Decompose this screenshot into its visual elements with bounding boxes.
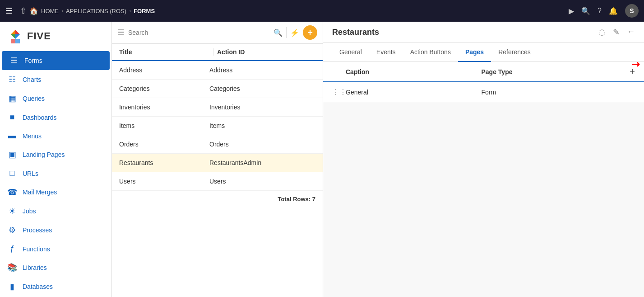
sidebar-item-functions[interactable]: ƒ Functions — [0, 240, 111, 258]
table-footer: Total Rows: 7 — [112, 191, 323, 207]
sidebar-item-dashboards[interactable]: ■ Dashboards — [0, 108, 111, 127]
filter-icon[interactable]: ☰ — [117, 28, 125, 38]
sidebar-item-mail-merges[interactable]: ☎ Mail Merges — [0, 183, 111, 202]
row-title: Users — [119, 178, 209, 185]
sidebar-item-libraries[interactable]: 📚 Libraries — [0, 258, 111, 277]
svg-marker-0 — [15, 30, 20, 34]
pages-col-caption-header: Caption — [346, 68, 482, 75]
pages-table-header: Caption Page Type + ↗ — [323, 62, 644, 82]
sidebar-label-processes: Processes — [23, 226, 52, 234]
breadcrumb: ⇧ 🏠 HOME › APPLICATIONS (ROS) › FORMS — [20, 6, 565, 16]
row-action-id: RestaurantsAdmin — [209, 159, 315, 166]
sidebar-item-processes[interactable]: ⚙ Processes — [0, 221, 111, 240]
sidebar-item-forms[interactable]: ☰ Forms — [2, 51, 110, 70]
tab-events[interactable]: Events — [369, 43, 403, 62]
nav-forms[interactable]: FORMS — [134, 8, 155, 14]
row-title: Items — [119, 122, 209, 129]
pages-content: Caption Page Type + ↗ ⋮⋮ General Form — [323, 62, 644, 297]
col-title-header: Title — [119, 48, 209, 56]
sidebar-item-urls[interactable]: □ URLs — [0, 164, 111, 183]
jobs-icon: ☀ — [7, 206, 17, 216]
play-icon[interactable]: ▶ — [569, 7, 574, 15]
bell-icon[interactable]: 🔔 — [609, 7, 618, 15]
avatar[interactable]: S — [625, 4, 639, 18]
nav-up-icon[interactable]: ⇧ — [20, 6, 27, 16]
sidebar: FIVE ☰ Forms ☷ Charts ▦ Queries ■ Dashbo… — [0, 22, 112, 297]
sidebar-label-mail-merges: Mail Merges — [23, 189, 57, 196]
help-icon[interactable]: ? — [598, 7, 602, 15]
main-layout: FIVE ☰ Forms ☷ Charts ▦ Queries ■ Dashbo… — [0, 22, 644, 297]
databases-icon: ▮ — [7, 282, 17, 292]
handle-dots-icon: ⋮⋮ — [332, 88, 347, 96]
menu-icon[interactable]: ☰ — [5, 6, 13, 16]
tab-pages[interactable]: Pages — [458, 43, 491, 62]
tab-action-buttons[interactable]: Action Buttons — [403, 43, 458, 62]
edit-icon[interactable]: ✎ — [613, 27, 620, 37]
row-action-id: Categories — [209, 85, 315, 92]
clock-icon[interactable]: ◌ — [598, 27, 606, 37]
sidebar-item-menus[interactable]: ▬ Menus — [0, 127, 111, 145]
back-icon[interactable]: ← — [627, 27, 635, 37]
col-divider — [213, 48, 213, 56]
row-action-id: Address — [209, 66, 315, 74]
table-row[interactable]: Items Items — [112, 117, 323, 135]
svg-marker-1 — [11, 30, 15, 34]
table-row[interactable]: Orders Orders — [112, 135, 323, 154]
sidebar-item-jobs[interactable]: ☀ Jobs — [0, 202, 111, 221]
nav-home[interactable]: HOME — [41, 8, 59, 14]
list-toolbar: ☰ 🔍 ⚡ + — [112, 22, 323, 44]
nav-applications[interactable]: APPLICATIONS (ROS) — [66, 8, 126, 14]
nav-arrow-1: › — [61, 8, 63, 14]
sidebar-label-databases: Databases — [23, 283, 53, 290]
row-title: Restaurants — [119, 159, 209, 166]
pages-row[interactable]: ⋮⋮ General Form — [323, 82, 644, 102]
sidebar-item-queries[interactable]: ▦ Queries — [0, 89, 111, 108]
libraries-icon: 📚 — [7, 263, 17, 273]
detail-panel: Restaurants ◌ ✎ ← General Events Action … — [323, 22, 644, 297]
row-title: Address — [119, 66, 209, 74]
search-icon[interactable]: 🔍 — [581, 7, 590, 15]
add-button[interactable]: + — [303, 25, 317, 40]
table-rows-container: Address Address Categories Categories In… — [112, 61, 323, 191]
tab-general[interactable]: General — [332, 43, 369, 62]
row-title: Orders — [119, 141, 209, 148]
sidebar-label-charts: Charts — [23, 76, 41, 83]
queries-icon: ▦ — [7, 94, 17, 104]
topbar-actions: ▶ 🔍 ? 🔔 S — [569, 4, 639, 18]
table-row[interactable]: Inventories Inventories — [112, 98, 323, 117]
detail-actions: ◌ ✎ ← — [598, 27, 635, 37]
table-row[interactable]: Users Users — [112, 172, 323, 191]
sidebar-label-urls: URLs — [23, 170, 38, 177]
sidebar-item-charts[interactable]: ☷ Charts — [0, 70, 111, 89]
table-row[interactable]: Address Address — [112, 61, 323, 80]
sidebar-label-landing-pages: Landing Pages — [23, 151, 65, 158]
table-row[interactable]: Restaurants RestaurantsAdmin — [112, 154, 323, 172]
urls-icon: □ — [7, 169, 17, 178]
sidebar-label-dashboards: Dashboards — [23, 114, 57, 121]
svg-marker-3 — [15, 34, 20, 39]
row-action-id: Users — [209, 178, 315, 185]
tab-references[interactable]: References — [491, 43, 538, 62]
five-logo-icon — [7, 28, 23, 44]
search-button-icon[interactable]: 🔍 — [273, 28, 283, 37]
sidebar-item-landing-pages[interactable]: ▣ Landing Pages — [0, 145, 111, 164]
toolbar-divider — [286, 27, 287, 38]
svg-marker-2 — [11, 34, 15, 39]
search-input[interactable] — [128, 29, 270, 36]
topbar: ☰ ⇧ 🏠 HOME › APPLICATIONS (ROS) › FORMS … — [0, 0, 644, 22]
landing-pages-icon: ▣ — [7, 150, 17, 160]
charts-icon: ☷ — [7, 75, 17, 85]
dashboards-icon: ■ — [7, 113, 17, 122]
bolt-icon[interactable]: ⚡ — [290, 28, 299, 37]
sidebar-item-databases[interactable]: ▮ Databases — [0, 277, 111, 296]
drag-handle[interactable]: ⋮⋮ — [332, 88, 346, 96]
row-action-id: Items — [209, 122, 315, 129]
svg-marker-4 — [11, 39, 15, 43]
row-action-id: Orders — [209, 141, 315, 148]
sidebar-label-jobs: Jobs — [23, 207, 36, 215]
row-title: Inventories — [119, 104, 209, 111]
row-action-id: Inventories — [209, 104, 315, 111]
table-row[interactable]: Categories Categories — [112, 80, 323, 98]
col-action-id-header: Action ID — [217, 48, 315, 56]
sidebar-label-menus: Menus — [23, 132, 42, 140]
